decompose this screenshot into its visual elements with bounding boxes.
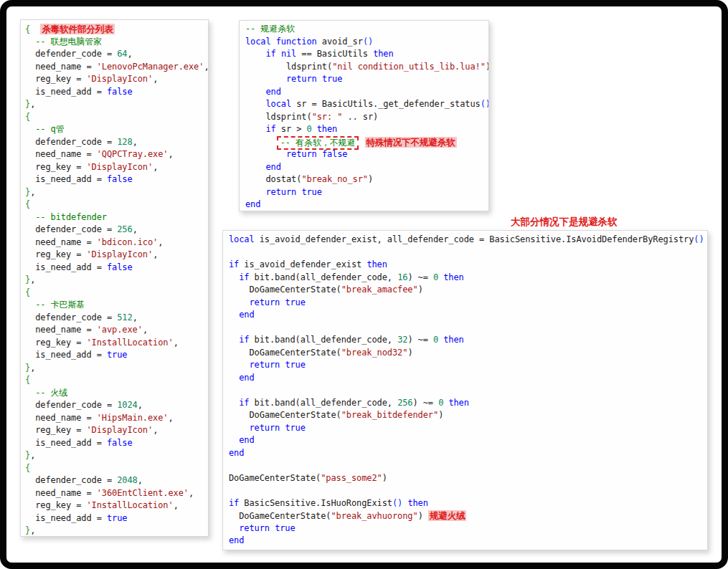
code-line: [229, 322, 707, 335]
code-line: DoGameCenterState("break_amacfee"): [229, 284, 707, 297]
code-line: defender_code = 2048,: [25, 474, 208, 487]
code-line: is_need_add = false: [25, 437, 208, 450]
code-line: reg_key = 'DisplayIcon',: [25, 249, 208, 262]
code-line: need_name = 'QQPCTray.exe',: [25, 148, 208, 161]
code-line: is_need_add = false: [25, 173, 208, 186]
code-line: },: [25, 449, 208, 462]
red-highlight-annotation: 规避火绒: [428, 510, 467, 521]
code-line: },: [25, 98, 208, 111]
code-line: end: [245, 86, 488, 99]
code-line: -- bitdefender: [25, 211, 208, 224]
code-line: return true: [229, 422, 707, 435]
red-highlight-annotation: 杀毒软件部分列表: [40, 24, 114, 34]
code-line: return true: [229, 297, 707, 310]
code-line: -- 联想电脑管家: [25, 36, 208, 49]
code-line: if bit.band(all_defender_code, 32) ~= 0 …: [229, 334, 707, 347]
code-line: [229, 384, 707, 397]
code-line: -- 规避杀软: [245, 23, 488, 36]
code-line: DoGameCenterState("break_avhuorong") 规避火…: [229, 510, 707, 522]
code-line: need_name = 'LenovoPcManager.exe',: [25, 61, 208, 74]
code-line: {: [25, 462, 208, 475]
code-line: local function avoid_sr(): [245, 36, 488, 49]
code-line: defender_code = 1024,: [25, 399, 208, 412]
code-line: return true: [229, 359, 707, 372]
code-line: need_name = '360EntClient.exe',: [25, 487, 208, 500]
red-highlight-annotation: 特殊情况下不规避杀软: [365, 137, 457, 148]
code-line: return false: [245, 148, 488, 161]
code-line: {: [25, 199, 208, 211]
code-line: if sr > 0 then: [245, 123, 488, 136]
code-line: DoGameCenterState("break_bitdefender"): [229, 409, 707, 422]
code-line: {: [25, 374, 208, 387]
code-line: {: [25, 111, 208, 124]
code-line: -- q管: [25, 123, 208, 136]
most-cases-annotation: 大部分情况下是规避杀软: [511, 216, 618, 229]
code-line: DoGameCenterState("pass_some2"): [229, 472, 707, 485]
code-line: reg_key = 'InstallLocation',: [25, 337, 208, 350]
code-line: },: [25, 274, 208, 287]
code-line: return true: [229, 522, 707, 535]
code-line: need_name = 'avp.exe',: [25, 324, 208, 337]
code-line: reg_key = 'DisplayIcon',: [25, 73, 208, 86]
code-line: local is_avoid_defender_exist, all_defen…: [229, 234, 707, 247]
code-line: end: [229, 309, 707, 322]
code-line: reg_key = 'DisplayIcon',: [25, 424, 208, 437]
code-line: if is_avoid_defender_exist then: [229, 259, 707, 272]
code-line: defender_code = 256,: [25, 224, 208, 236]
code-line: defender_code = 512,: [25, 312, 208, 325]
code-line: if nil == BasicUtils then: [245, 48, 488, 61]
code-line: end: [229, 434, 707, 447]
code-line: end: [229, 447, 707, 460]
code-line: [229, 484, 707, 497]
code-line: reg_key = 'InstallLocation',: [25, 499, 208, 512]
code-line: if BasicSensitive.IsHuoRongExist() then: [229, 497, 707, 510]
code-line: end: [245, 199, 488, 211]
code-line: is_need_add = true: [25, 512, 208, 525]
code-line: ldsprint("sr: " .. sr): [245, 111, 488, 124]
code-line: -- 火绒: [25, 387, 208, 400]
code-line: },: [25, 362, 208, 375]
code-line: },: [25, 525, 208, 537]
code-line: { 杀毒软件部分列表: [25, 23, 208, 36]
code-line: -- 有杀软，不规避 特殊情况下不规避杀软: [245, 136, 488, 149]
code-line: is_need_add = true: [25, 349, 208, 362]
code-line: is_need_add = false: [25, 262, 208, 274]
code-line: end: [229, 372, 707, 385]
code-line: need_name = 'HipsMain.exe',: [25, 412, 208, 425]
code-line: },: [25, 186, 208, 199]
defender-registry-check-code-panel: local is_avoid_defender_exist, all_defen…: [222, 230, 708, 550]
code-line: [229, 459, 707, 472]
code-line: return true: [245, 73, 488, 86]
code-line: if bit.band(all_defender_code, 16) ~= 0 …: [229, 272, 707, 284]
code-line: reg_key = 'DisplayIcon',: [25, 161, 208, 174]
red-dashed-box-comment: -- 有杀软，不规避: [277, 136, 359, 150]
code-line: DoGameCenterState("break_nod32"): [229, 347, 707, 360]
annotated-code-screenshot: { 杀毒软件部分列表 -- 联想电脑管家 defender_code = 64,…: [0, 0, 728, 569]
antivirus-list-code-panel: { 杀毒软件部分列表 -- 联想电脑管家 defender_code = 64,…: [20, 19, 209, 537]
code-line: if bit.band(all_defender_code, 256) ~= 0…: [229, 397, 707, 410]
code-line: end: [245, 161, 488, 174]
code-line: ldsprint("nil condition_utils_lib.lua!"): [245, 61, 488, 74]
code-line: end: [229, 535, 707, 548]
code-line: {: [25, 287, 208, 300]
code-line: defender_code = 128,: [25, 136, 208, 149]
code-line: dostat("break_no_sr"): [245, 173, 488, 186]
code-line: is_need_add = false: [25, 86, 208, 99]
code-line: defender_code = 64,: [25, 48, 208, 61]
code-line: return true: [245, 186, 488, 199]
code-line: need_name = 'bdicon.ico',: [25, 236, 208, 249]
code-line: -- 卡巴斯基: [25, 299, 208, 312]
avoid-sr-function-code-panel: -- 规避杀软local function avoid_sr() if nil …: [239, 20, 489, 211]
code-line: local sr = BasicUtils._get_defender_stat…: [245, 98, 488, 111]
code-line: [229, 247, 707, 259]
